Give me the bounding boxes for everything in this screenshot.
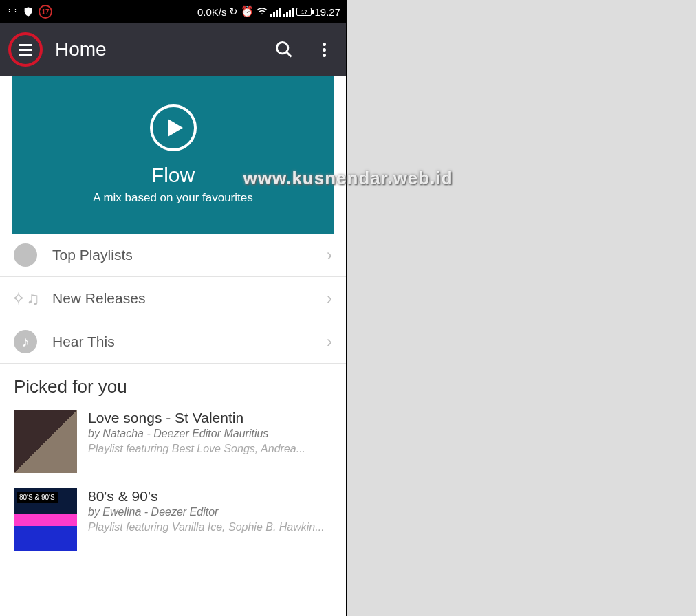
alarm-icon: ⏰ [241, 6, 254, 18]
nav-label: Top Playlists [52, 247, 133, 263]
dots-vertical-icon [323, 43, 326, 57]
flow-hero[interactable]: Flow A mix based on your favourites [12, 76, 334, 234]
nav-label: New Releases [52, 290, 145, 307]
wifi-icon [257, 6, 268, 19]
notification-badge: 17 [39, 5, 52, 19]
overflow-button[interactable] [310, 36, 338, 63]
nav-hear-this[interactable]: ♪ Hear This › [0, 320, 346, 364]
sync-icon: ↻ [229, 6, 238, 18]
section-header-picked: Picked for you [0, 364, 346, 404]
search-icon [274, 40, 294, 59]
card-description: Playlist featuring Best Love Songs, Andr… [88, 443, 332, 455]
card-title: Love songs - St Valentin [88, 410, 332, 426]
music-spark-icon: ✧♫ [14, 287, 37, 310]
card-title: 80's & 90's [88, 488, 332, 505]
shield-icon [22, 6, 34, 18]
page-title: Home [55, 38, 258, 60]
status-bar: 17 0.0K/s ↻ ⏰ 17 19.27 [0, 0, 346, 23]
play-icon [150, 104, 197, 151]
battery-icon: 17 [296, 8, 312, 16]
playlist-thumbnail: 80'S & 90'S [14, 488, 77, 551]
card-description: Playlist featuring Vanilla Ice, Sophie B… [88, 521, 332, 534]
thumbnail-tag: 80'S & 90'S [17, 492, 58, 503]
chevron-right-icon: › [327, 332, 332, 351]
nav-new-releases[interactable]: ✧♫ New Releases › [0, 277, 346, 320]
menu-button[interactable] [8, 32, 43, 67]
arrow-up-circle-icon [14, 243, 37, 267]
playlist-card[interactable]: 80'S & 90'S 80's & 90's by Ewelina - Dee… [0, 483, 346, 561]
card-author: by Ewelina - Deezer Editor [88, 506, 332, 518]
card-author: by Natacha - Deezer Editor Mauritius [88, 428, 332, 440]
signal-icon-1 [270, 7, 281, 16]
hero-subtitle: A mix based on your favourites [93, 191, 252, 205]
clock: 19.27 [314, 6, 340, 18]
svg-line-1 [287, 52, 292, 57]
chevron-right-icon: › [327, 289, 332, 308]
app-bar: Home [0, 23, 346, 76]
search-button[interactable] [270, 36, 298, 63]
playlist-card[interactable]: Love songs - St Valentin by Natacha - De… [0, 404, 346, 483]
chevron-right-icon: › [327, 245, 332, 265]
phone-left: 17 0.0K/s ↻ ⏰ 17 19.27 Home Flow [0, 0, 347, 616]
nav-label: Hear This [52, 333, 115, 350]
playlist-thumbnail [14, 410, 77, 473]
svg-point-0 [277, 43, 288, 54]
network-speed: 0.0K/s [197, 6, 227, 18]
bbm-icon [6, 6, 18, 18]
hamburger-icon [19, 44, 32, 56]
hero-title: Flow [151, 164, 195, 187]
note-circle-icon: ♪ [14, 330, 37, 353]
signal-icon-2 [283, 7, 294, 16]
nav-top-playlists[interactable]: Top Playlists › [0, 234, 346, 277]
